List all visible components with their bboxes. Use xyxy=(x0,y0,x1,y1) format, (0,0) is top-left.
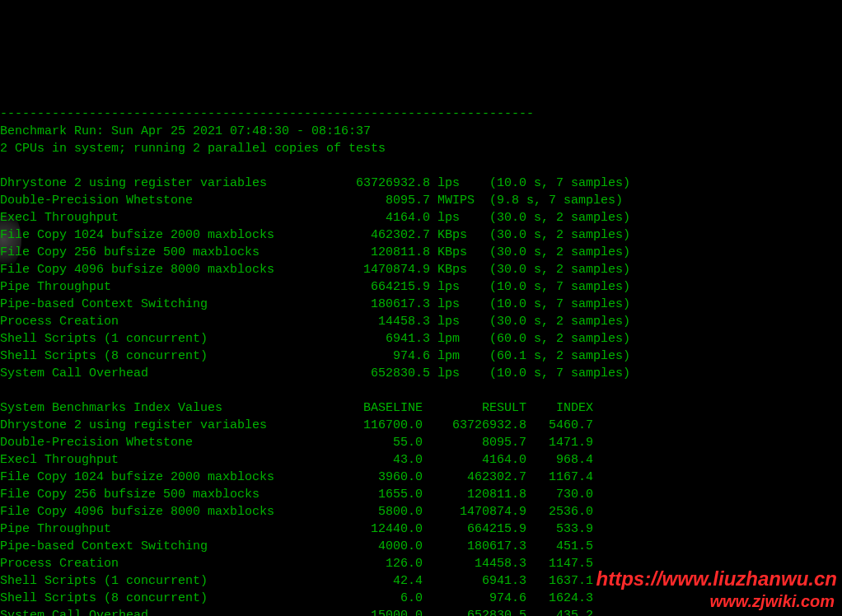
terminal-line: System Benchmarks Index Values BASELINE … xyxy=(0,399,842,417)
terminal-line: Process Creation 14458.3 lps (30.0 s, 2 … xyxy=(0,313,842,330)
terminal-line: Shell Scripts (1 concurrent) 42.4 6941.3… xyxy=(0,572,842,590)
terminal-line: 2 CPUs in system; running 2 parallel cop… xyxy=(0,140,842,157)
terminal-line: Pipe Throughput 664215.9 lps (10.0 s, 7 … xyxy=(0,278,842,296)
terminal-line: Process Creation 126.0 14458.3 1147.5 xyxy=(0,555,842,572)
terminal-line: Double-Precision Whetstone 8095.7 MWIPS … xyxy=(0,192,842,209)
terminal-line: File Copy 4096 bufsize 8000 maxblocks 14… xyxy=(0,261,842,278)
terminal-line: Benchmark Run: Sun Apr 25 2021 07:48:30 … xyxy=(0,123,842,140)
terminal-line: Shell Scripts (8 concurrent) 6.0 974.6 1… xyxy=(0,590,842,607)
terminal-line: Dhrystone 2 using register variables 637… xyxy=(0,175,842,192)
terminal-line: File Copy 256 bufsize 500 maxblocks 1208… xyxy=(0,244,842,261)
terminal-line: Double-Precision Whetstone 55.0 8095.7 1… xyxy=(0,434,842,451)
terminal-line: System Call Overhead 15000.0 652830.5 43… xyxy=(0,607,842,616)
terminal-line: File Copy 1024 bufsize 2000 maxblocks 39… xyxy=(0,469,842,486)
terminal-line: File Copy 4096 bufsize 8000 maxblocks 58… xyxy=(0,503,842,520)
terminal-line xyxy=(0,157,842,175)
terminal-line: Shell Scripts (8 concurrent) 974.6 lpm (… xyxy=(0,348,842,365)
terminal-line: Pipe-based Context Switching 180617.3 lp… xyxy=(0,296,842,313)
terminal-line: Pipe-based Context Switching 4000.0 1806… xyxy=(0,538,842,555)
terminal-line: ----------------------------------------… xyxy=(0,105,842,123)
terminal-line: Dhrystone 2 using register variables 116… xyxy=(0,417,842,434)
terminal-line xyxy=(0,382,842,399)
terminal-line: File Copy 256 bufsize 500 maxblocks 1655… xyxy=(0,486,842,503)
terminal-line: File Copy 1024 bufsize 2000 maxblocks 46… xyxy=(0,226,842,244)
terminal-line: Execl Throughput 4164.0 lps (30.0 s, 2 s… xyxy=(0,209,842,226)
terminal-line: Execl Throughput 43.0 4164.0 968.4 xyxy=(0,451,842,469)
terminal-line: Pipe Throughput 12440.0 664215.9 533.9 xyxy=(0,520,842,538)
terminal-line: Shell Scripts (1 concurrent) 6941.3 lpm … xyxy=(0,330,842,348)
terminal-line: System Call Overhead 652830.5 lps (10.0 … xyxy=(0,365,842,382)
terminal-output: ----------------------------------------… xyxy=(0,105,842,616)
